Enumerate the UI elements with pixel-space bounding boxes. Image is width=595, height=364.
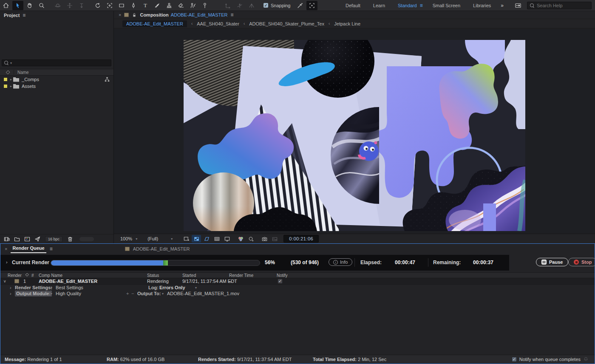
number-column-header[interactable]: # (31, 273, 34, 278)
home-icon[interactable] (0, 1, 11, 10)
new-composition-icon[interactable] (23, 234, 32, 244)
label-color-chip[interactable] (3, 84, 8, 88)
add-output-module-button[interactable]: + (126, 291, 129, 296)
orbit-camera-tool-icon[interactable] (52, 1, 63, 10)
collapse-arrow-icon[interactable]: v (4, 279, 6, 283)
tab-timeline[interactable]: ADOBE-AE_Edit_MASTER (133, 246, 190, 251)
render-settings-value[interactable]: Best Settings (56, 285, 83, 290)
comp-name-column-header[interactable]: Comp Name (39, 273, 62, 278)
dolly-camera-tool-icon[interactable] (76, 1, 87, 10)
selection-tool-icon[interactable] (12, 1, 23, 10)
project-search[interactable]: ▾ (2, 59, 111, 66)
scrollbar-thumb[interactable] (79, 237, 94, 241)
chevron-down-icon[interactable]: ▾ (51, 285, 52, 289)
workspace-switcher-icon[interactable] (513, 1, 524, 10)
tab-render-queue[interactable]: Render Queue (11, 244, 46, 253)
breadcrumb-item[interactable]: Jetpack Line (334, 21, 360, 26)
project-item-assets[interactable]: ▾ Assets (0, 83, 113, 90)
job-comp-name[interactable]: ADOBE-AE_Edit_MASTER (39, 279, 97, 284)
close-panel-icon[interactable]: × (5, 246, 7, 251)
panel-menu-icon[interactable]: ≡ (50, 246, 53, 252)
composition-title[interactable]: ADOBE-AE_Edit_MASTER (171, 12, 228, 17)
expand-arrow-icon[interactable]: ▾ (9, 85, 13, 87)
pan-behind-tool-icon[interactable] (104, 1, 115, 10)
brush-tool-icon[interactable] (152, 1, 163, 10)
panel-menu-icon[interactable]: ≡ (23, 12, 26, 18)
breadcrumb-item[interactable]: AAE_SH040_Skater (197, 21, 239, 26)
label-color-chip[interactable] (3, 77, 8, 82)
log-select[interactable]: Errors Only (159, 285, 185, 290)
guide-overlay-icon[interactable] (222, 235, 232, 243)
output-module-value[interactable]: High Quality (56, 291, 81, 296)
pause-button[interactable]: Pause (536, 258, 568, 266)
project-tab-label[interactable]: Project (4, 13, 20, 18)
local-axis-mode-icon[interactable] (222, 1, 233, 10)
zoom-tool-icon[interactable] (36, 1, 47, 10)
started-column-header[interactable]: Started (182, 273, 196, 278)
workspace-tab-libraries[interactable]: Libraries (467, 3, 497, 8)
world-axis-mode-icon[interactable] (234, 1, 245, 10)
exposure-icon[interactable] (246, 235, 255, 243)
resolution-select[interactable]: (Full)▾ (144, 235, 176, 242)
workspace-overflow-icon[interactable]: » (497, 3, 507, 8)
notify-queue-checkbox[interactable]: ✓ (512, 357, 517, 362)
chevron-down-icon[interactable]: ▾ (195, 285, 197, 289)
interpret-footage-icon[interactable] (2, 234, 11, 244)
remove-output-module-button[interactable]: − (131, 291, 134, 296)
composition-viewer[interactable] (114, 29, 595, 234)
output-module-label[interactable]: Output Module: (15, 291, 52, 296)
render-column-header[interactable]: Render (8, 273, 22, 278)
render-time-column-header[interactable]: Render Time (229, 273, 253, 278)
current-time-display[interactable]: 0:00:21:06 (283, 235, 319, 243)
search-options-icon[interactable]: ▾ (10, 61, 12, 65)
snapping-checkbox[interactable]: ✓ (264, 3, 268, 8)
rectangle-tool-icon[interactable] (116, 1, 127, 10)
take-snapshot-icon[interactable] (260, 235, 269, 243)
notify-column-header[interactable]: Notify (277, 273, 288, 278)
color-depth-button[interactable]: 16 bpc (45, 236, 62, 242)
render-job-row[interactable]: v 1 ADOBE-AE_Edit_MASTER Rendering 9/17/… (0, 278, 595, 285)
expand-arrow-icon[interactable]: › (6, 260, 8, 265)
transparency-grid-icon[interactable] (192, 235, 201, 243)
type-tool-icon[interactable]: T (140, 1, 151, 10)
panel-menu-icon[interactable]: ≡ (231, 12, 234, 18)
lock-icon[interactable] (132, 12, 137, 17)
status-column-header[interactable]: Status (147, 273, 159, 278)
folder-name[interactable]: _Comps (22, 77, 39, 82)
channel-settings-icon[interactable] (236, 235, 245, 243)
breadcrumb-item[interactable]: ADOBE-AE_Edit_MASTER (122, 20, 187, 27)
project-item-comps[interactable]: ▾ _Comps (0, 76, 113, 83)
workspace-tab-standard[interactable]: Standard (391, 3, 423, 8)
output-to-value[interactable]: ADOBE-AE_Edit_MASTER_1.mov (167, 291, 239, 296)
mask-visibility-icon[interactable] (202, 235, 211, 243)
pen-tool-icon[interactable] (128, 1, 139, 10)
magnification-select[interactable]: 100%▾ (117, 235, 140, 242)
workspace-tab-default[interactable]: Default (339, 3, 367, 8)
folder-name[interactable]: Assets (22, 84, 36, 89)
roto-brush-tool-icon[interactable] (187, 1, 198, 10)
expand-arrow-icon[interactable]: ▾ (9, 79, 13, 80)
new-folder-icon[interactable] (12, 234, 22, 244)
close-panel-icon[interactable]: × (119, 12, 121, 17)
chevron-down-icon[interactable]: ▾ (51, 291, 52, 295)
snap-to-features-icon[interactable] (306, 1, 317, 10)
delete-icon[interactable] (65, 234, 75, 244)
workspace-tab-small-screen[interactable]: Small Screen (426, 3, 467, 8)
hand-tool-icon[interactable] (24, 1, 35, 10)
grid-and-guides-icon[interactable] (181, 235, 191, 243)
rotation-tool-icon[interactable] (92, 1, 103, 10)
help-search-input[interactable] (537, 3, 584, 8)
view-axis-mode-icon[interactable] (246, 1, 257, 10)
info-button[interactable]: iInfo (329, 258, 352, 266)
puppet-pin-tool-icon[interactable] (199, 1, 210, 10)
region-of-interest-icon[interactable] (212, 235, 221, 243)
workspace-tab-learn[interactable]: Learn (367, 3, 391, 8)
show-snapshot-icon[interactable] (270, 235, 279, 243)
notify-checkbox[interactable]: ✓ (278, 279, 283, 284)
workspace-menu-icon[interactable]: ≡ (420, 3, 426, 8)
expand-arrow-icon[interactable]: › (10, 285, 11, 290)
pan-camera-tool-icon[interactable] (64, 1, 75, 10)
clone-stamp-tool-icon[interactable] (164, 1, 175, 10)
eraser-tool-icon[interactable] (176, 1, 187, 10)
label-column-icon[interactable] (25, 273, 29, 278)
